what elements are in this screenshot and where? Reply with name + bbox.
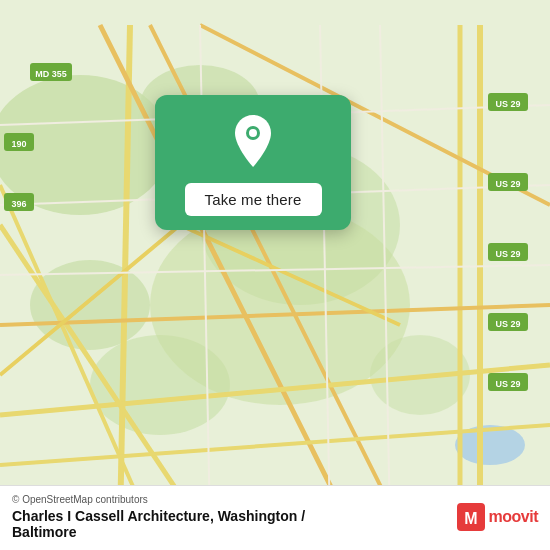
location-title-text: Charles I Cassell Architecture, Washingt…	[12, 508, 305, 524]
map-background: MD 355 MD 355 US 29 US 29 US 29 US 29 US…	[0, 0, 550, 550]
map-container: MD 355 MD 355 US 29 US 29 US 29 US 29 US…	[0, 0, 550, 550]
svg-text:190: 190	[11, 139, 26, 149]
moovit-text: moovit	[489, 508, 538, 526]
take-me-there-button[interactable]: Take me there	[185, 183, 322, 216]
moovit-logo: M moovit	[457, 503, 538, 531]
svg-point-47	[249, 129, 257, 137]
svg-text:396: 396	[11, 199, 26, 209]
bottom-bar: © OpenStreetMap contributors Charles I C…	[0, 485, 550, 550]
location-subtitle-text: Baltimore	[12, 524, 77, 540]
svg-text:MD 355: MD 355	[35, 69, 67, 79]
pin-icon-wrapper	[229, 113, 277, 173]
svg-text:US 29: US 29	[495, 319, 520, 329]
svg-text:US 29: US 29	[495, 99, 520, 109]
svg-text:US 29: US 29	[495, 249, 520, 259]
svg-point-7	[150, 205, 410, 405]
bottom-left: © OpenStreetMap contributors Charles I C…	[12, 494, 305, 540]
popup-card: Take me there	[155, 95, 351, 230]
svg-text:US 29: US 29	[495, 179, 520, 189]
svg-text:US 29: US 29	[495, 379, 520, 389]
osm-attribution: © OpenStreetMap contributors	[12, 494, 305, 505]
location-title: Charles I Cassell Architecture, Washingt…	[12, 508, 305, 540]
moovit-logo-icon: M	[457, 503, 485, 531]
location-pin-icon	[229, 113, 277, 169]
svg-text:M: M	[464, 510, 477, 527]
